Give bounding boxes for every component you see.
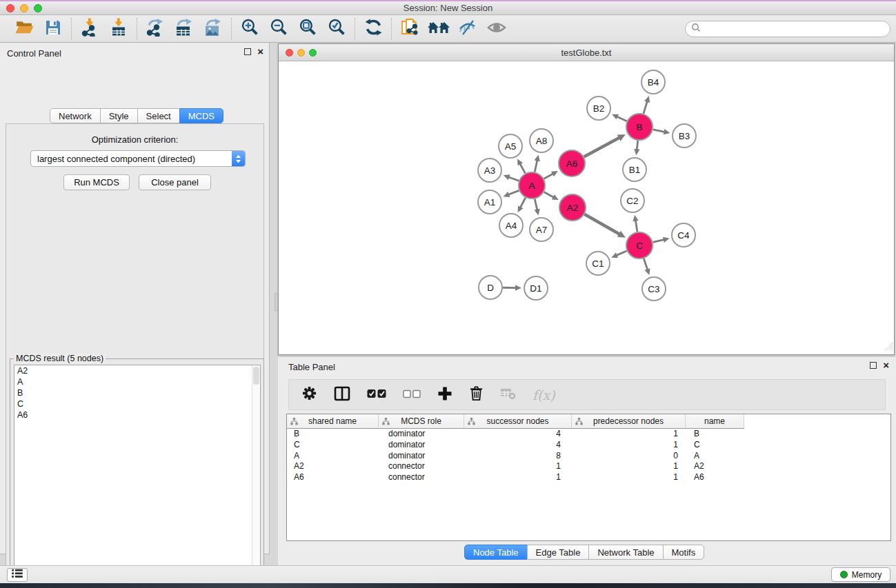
minimize-window-button[interactable] bbox=[20, 4, 28, 12]
home-pair-button[interactable] bbox=[424, 17, 453, 41]
graph-edge-A-A1[interactable] bbox=[508, 190, 519, 194]
graph-edge-A-A5[interactable] bbox=[519, 163, 525, 174]
graph-edge-A-A6[interactable] bbox=[544, 173, 554, 179]
tab-edge-table[interactable]: Edge Table bbox=[527, 545, 590, 560]
tab-mcds[interactable]: MCDS bbox=[179, 108, 223, 123]
save-session-button[interactable] bbox=[39, 17, 68, 41]
graph-edge-B-B1[interactable] bbox=[637, 141, 638, 150]
task-history-button[interactable] bbox=[7, 568, 28, 582]
mcds-result-list[interactable]: A2ABCA6 bbox=[14, 365, 261, 588]
table-row[interactable]: Bdominator41B bbox=[287, 429, 890, 440]
graph-edge-A-A8[interactable] bbox=[535, 159, 537, 172]
status-bar: Memory bbox=[0, 565, 896, 583]
export-table-icon bbox=[175, 18, 194, 39]
graph-edge-C-C1[interactable] bbox=[616, 251, 627, 256]
add-column-button[interactable] bbox=[437, 386, 452, 404]
tab-style[interactable]: Style bbox=[100, 108, 138, 123]
close-window-button[interactable] bbox=[6, 4, 14, 12]
float-table-panel-icon[interactable] bbox=[870, 362, 877, 369]
network-zoom-button[interactable] bbox=[309, 49, 317, 57]
mcds-result-item[interactable]: C bbox=[14, 398, 260, 409]
graph-edge-B-B4[interactable] bbox=[644, 101, 648, 114]
hide-graphics-details-button[interactable] bbox=[453, 17, 482, 41]
graph-edge-A-A4[interactable] bbox=[520, 198, 526, 208]
graph-edge-B-B3[interactable] bbox=[653, 130, 666, 132]
close-panel-icon[interactable]: × bbox=[257, 48, 263, 55]
export-table-button[interactable] bbox=[170, 17, 199, 41]
table-cell: 4 bbox=[464, 429, 572, 440]
table-row[interactable]: A6connector11A6 bbox=[287, 472, 890, 483]
export-network-button[interactable] bbox=[141, 17, 170, 41]
close-panel-button[interactable]: Close panel bbox=[139, 174, 211, 190]
zoom-window-button[interactable] bbox=[34, 4, 42, 12]
tab-motifs[interactable]: Motifs bbox=[663, 545, 705, 560]
network-close-button[interactable] bbox=[286, 49, 293, 57]
memory-button[interactable]: Memory bbox=[831, 567, 890, 582]
select-all-button[interactable] bbox=[367, 389, 386, 401]
tab-select[interactable]: Select bbox=[137, 108, 180, 123]
graph-node-label: B4 bbox=[648, 77, 659, 88]
zoom-fit-button[interactable] bbox=[293, 17, 322, 41]
network-window-titlebar[interactable]: testGlobe.txt bbox=[279, 44, 894, 61]
column-header-MCDS-role[interactable]: MCDS role bbox=[379, 414, 464, 429]
mcds-result-item[interactable]: A2 bbox=[14, 365, 260, 376]
graph-edge-A6-B[interactable] bbox=[584, 137, 620, 156]
network-minimize-button[interactable] bbox=[297, 49, 305, 57]
tab-network-table[interactable]: Network Table bbox=[588, 545, 663, 560]
import-table-icon bbox=[110, 18, 128, 39]
mcds-result-item[interactable]: A6 bbox=[14, 409, 260, 420]
search-input[interactable] bbox=[704, 24, 890, 34]
table-row[interactable]: Adominator80A bbox=[287, 451, 890, 462]
criterion-dropdown[interactable]: largest connected component (directed) bbox=[30, 150, 246, 167]
scrollbar[interactable] bbox=[252, 365, 260, 588]
table-row[interactable]: Cdominator41C bbox=[287, 440, 890, 451]
node-table: shared nameMCDS rolesuccessor nodesprede… bbox=[286, 414, 891, 541]
resize-grip-icon[interactable] bbox=[884, 341, 893, 354]
mcds-result-box: MCDS result (5 nodes) A2ABCA6 bbox=[10, 358, 264, 588]
column-header-predecessor-nodes[interactable]: predecessor nodes bbox=[572, 414, 686, 429]
column-header-successor-nodes[interactable]: successor nodes bbox=[464, 414, 572, 429]
optimization-criterion-label: Optimization criterion: bbox=[0, 134, 270, 145]
new-network-from-file-button[interactable] bbox=[395, 17, 424, 41]
zoom-in-icon bbox=[241, 18, 259, 39]
zoom-selected-button[interactable] bbox=[322, 17, 351, 41]
graph-edge-A-A3[interactable] bbox=[508, 176, 519, 181]
graph-edge-A2-C[interactable] bbox=[584, 214, 620, 234]
graph-edge-C-C4[interactable] bbox=[653, 239, 664, 242]
mcds-result-item[interactable]: B bbox=[14, 387, 260, 398]
export-image-button[interactable] bbox=[199, 17, 228, 41]
search-box[interactable] bbox=[685, 21, 890, 37]
graph-edge-B-B2[interactable] bbox=[616, 116, 626, 121]
close-table-panel-icon[interactable]: × bbox=[883, 362, 889, 369]
graph-edge-C-C2[interactable] bbox=[635, 220, 637, 232]
hierarchy-icon bbox=[290, 418, 298, 427]
graph-edge-A-A7[interactable] bbox=[535, 199, 537, 211]
graph-edge-C-C3[interactable] bbox=[644, 258, 648, 270]
zoom-out-button[interactable] bbox=[264, 17, 293, 41]
tab-node-table[interactable]: Node Table bbox=[464, 545, 528, 560]
column-header-shared-name[interactable]: shared name bbox=[287, 414, 379, 429]
graph-edge-A-A2[interactable] bbox=[544, 192, 555, 198]
tab-network[interactable]: Network bbox=[50, 108, 101, 123]
table-row[interactable]: A2connector11A2 bbox=[287, 461, 890, 472]
run-mcds-button[interactable]: Run MCDS bbox=[63, 174, 130, 190]
show-columns-button[interactable] bbox=[334, 386, 350, 404]
import-network-button[interactable] bbox=[75, 17, 104, 41]
table-cell: C bbox=[287, 440, 379, 451]
zoom-in-button[interactable] bbox=[235, 17, 264, 41]
refresh-button[interactable] bbox=[359, 17, 388, 41]
float-panel-icon[interactable] bbox=[244, 48, 251, 55]
import-table-button[interactable] bbox=[104, 17, 133, 41]
delete-column-button[interactable] bbox=[469, 385, 484, 404]
desktop-background bbox=[0, 583, 896, 588]
network-canvas[interactable]: B4B2BB3B1A5A8A3A6AA1A4A7A2C2CC4C1C3DD1 bbox=[279, 61, 894, 354]
show-graphics-details-button[interactable] bbox=[482, 17, 511, 41]
graph-node-label: A1 bbox=[484, 197, 496, 207]
deselect-all-button[interactable] bbox=[403, 389, 421, 401]
toolbar-separator bbox=[355, 18, 355, 40]
table-options-button[interactable] bbox=[301, 385, 317, 404]
open-session-button[interactable] bbox=[10, 17, 39, 41]
mcds-result-item[interactable]: A bbox=[14, 376, 260, 387]
split-pane-handle[interactable] bbox=[275, 293, 278, 311]
column-header-name[interactable]: name bbox=[686, 414, 744, 429]
